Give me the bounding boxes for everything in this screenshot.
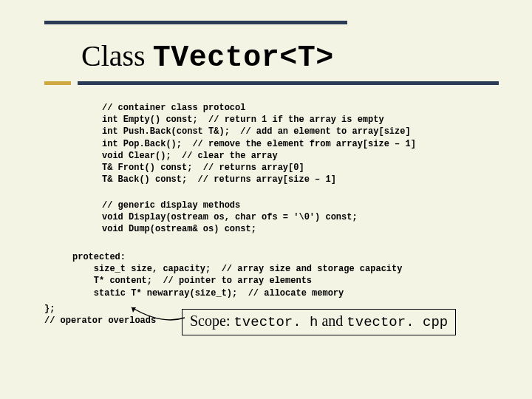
code-protected-section: protected: size_t size, capacity; // arr… [72,251,402,299]
decor-bar-top [44,21,347,24]
decor-bar-mid [78,81,499,85]
scope-file-impl: tvector. cpp [347,314,448,330]
decor-bar-accent [44,81,71,85]
scope-joiner: and [318,313,347,329]
title-classname: TVector<T> [153,41,334,75]
scope-callout: Scope: tvector. h and tvector. cpp [182,309,456,335]
code-closing: }; // operator overloads [44,303,156,327]
title-prefix: Class [81,39,153,72]
scope-file-header: tvector. h [233,314,318,330]
slide-title: Class TVector<T> [81,38,334,75]
scope-label: Scope: [190,313,233,329]
code-display-methods: // generic display methods void Display(… [102,200,358,236]
code-container-protocol: // container class protocol int Empty() … [102,102,416,185]
